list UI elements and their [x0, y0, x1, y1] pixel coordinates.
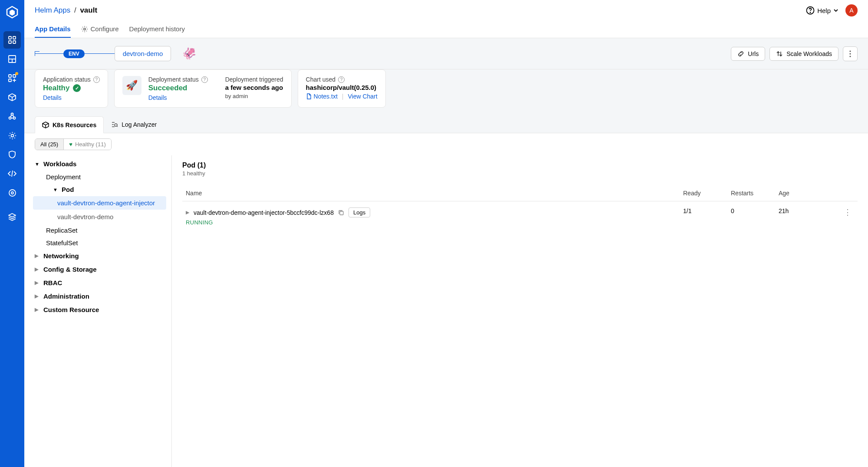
tree-custom-resource[interactable]: ▶Custom Resource	[33, 303, 166, 316]
content-panel: Pod (1) 1 healthy Name Ready Restarts Ag…	[172, 155, 868, 467]
devtron-logo	[3, 3, 21, 21]
svg-point-29	[83, 28, 85, 30]
avatar[interactable]: A	[845, 4, 858, 16]
urls-button[interactable]: Urls	[731, 47, 765, 61]
svg-rect-3	[13, 36, 16, 39]
link-icon	[737, 50, 744, 57]
nav-apps-icon[interactable]	[3, 31, 21, 49]
svg-point-28	[810, 12, 811, 13]
breadcrumb-current: vault	[80, 6, 97, 14]
svg-rect-5	[13, 41, 16, 43]
svg-point-32	[849, 50, 851, 52]
resource-tabs: K8s Resources Log Analyzer	[24, 116, 868, 133]
logs-button[interactable]: Logs	[349, 207, 370, 217]
cell-age: 21h	[775, 201, 840, 232]
filter-all[interactable]: All (25)	[35, 139, 63, 150]
tree-replicaset[interactable]: ReplicaSet	[33, 224, 166, 237]
nav-stack-icon[interactable]	[3, 208, 21, 226]
more-menu-button[interactable]	[843, 46, 858, 61]
tree-networking[interactable]: ▶Networking	[33, 249, 166, 263]
svg-point-33	[849, 53, 851, 54]
copy-icon[interactable]	[338, 210, 344, 216]
card-deploy-status: 🚀 Deployment status? Succeeded Details D…	[114, 69, 292, 108]
svg-rect-11	[9, 79, 11, 82]
mascot-icon: 🦑	[182, 47, 196, 60]
nav-code-icon[interactable]	[3, 165, 21, 182]
svg-rect-42	[340, 211, 343, 215]
tree-pod-injector[interactable]: vault-devtron-demo-agent-injector	[33, 196, 166, 210]
row-menu-button[interactable]: ⋮	[844, 208, 852, 217]
expand-row-icon[interactable]: ▶	[186, 210, 189, 215]
svg-line-19	[10, 115, 12, 117]
svg-point-24	[9, 190, 16, 196]
svg-point-34	[849, 56, 851, 57]
deploy-status-details-link[interactable]: Details	[148, 94, 167, 101]
svg-marker-1	[10, 10, 15, 16]
view-chart-link[interactable]: View Chart	[348, 93, 377, 100]
tree-pod[interactable]: ▼Pod	[33, 183, 166, 196]
tab-configure[interactable]: Configure	[81, 22, 119, 38]
tree-statefulset[interactable]: StatefulSet	[33, 237, 166, 249]
help-icon[interactable]: ?	[201, 76, 208, 83]
svg-point-16	[11, 113, 13, 115]
rocket-icon: 🚀	[122, 76, 141, 95]
log-icon	[111, 121, 118, 128]
tree-rbac[interactable]: ▶RBAC	[33, 276, 166, 289]
tab-deployment-history[interactable]: Deployment history	[129, 22, 185, 38]
app-status-details-link[interactable]: Details	[43, 94, 62, 101]
subtab-k8s-resources[interactable]: K8s Resources	[35, 116, 104, 133]
content-subtitle: 1 healthy	[182, 170, 858, 177]
check-icon: ✓	[73, 84, 81, 92]
col-name: Name	[182, 185, 680, 201]
scale-workloads-button[interactable]: Scale Workloads	[769, 47, 838, 61]
pod-table: Name Ready Restarts Age ▶ v	[182, 185, 858, 232]
nav-settings-icon[interactable]	[3, 184, 21, 201]
main-tabs: App Details Configure Deployment history	[24, 16, 868, 38]
cell-ready: 1/1	[680, 201, 727, 232]
help-button[interactable]: Help	[806, 6, 838, 15]
card-chart-used: Chart used? hashicorp/vault(0.25.0) Note…	[298, 69, 386, 108]
cube-icon	[42, 122, 49, 128]
nav-dashboard-icon[interactable]	[3, 50, 21, 68]
filter-healthy[interactable]: ♥ Healthy (11)	[63, 139, 111, 150]
svg-line-20	[13, 115, 14, 117]
nav-gear-icon[interactable]	[3, 127, 21, 144]
notes-link[interactable]: Notes.txt	[306, 93, 338, 100]
svg-rect-4	[9, 41, 11, 43]
gear-icon	[81, 26, 88, 33]
nav-shield-icon[interactable]	[3, 146, 21, 163]
cell-restarts: 0	[727, 201, 775, 232]
pod-status: RUNNING	[186, 219, 676, 226]
tab-app-details[interactable]: App Details	[35, 22, 71, 38]
help-icon[interactable]: ?	[338, 76, 345, 83]
svg-rect-10	[13, 75, 16, 77]
svg-point-25	[11, 192, 13, 194]
tree-deployment[interactable]: Deployment	[33, 171, 166, 183]
tree-pod-demo[interactable]: vault-devtron-demo	[33, 210, 166, 224]
scale-icon	[776, 50, 783, 57]
status-cards: Application status? Healthy✓ Details 🚀 D…	[24, 69, 868, 116]
subtab-log-analyzer[interactable]: Log Analyzer	[104, 116, 164, 133]
filter-pills: All (25) ♥ Healthy (11)	[24, 133, 868, 155]
header: Helm Apps / vault Help A	[24, 0, 868, 16]
nav-cluster-icon[interactable]	[3, 108, 21, 125]
nav-cube-icon[interactable]	[3, 89, 21, 106]
breadcrumb: Helm Apps / vault	[35, 6, 97, 15]
svg-rect-9	[9, 75, 11, 77]
tree-config-storage[interactable]: ▶Config & Storage	[33, 263, 166, 276]
col-age: Age	[775, 185, 840, 201]
tree-workloads[interactable]: ▼Workloads	[33, 157, 166, 171]
nav-appstore-icon[interactable]	[3, 69, 21, 87]
resource-tree: ▼Workloads Deployment ▼Pod vault-devtron…	[24, 155, 172, 467]
card-app-status: Application status? Healthy✓ Details	[35, 69, 108, 108]
svg-rect-2	[9, 36, 11, 39]
svg-point-22	[11, 134, 13, 137]
tree-administration[interactable]: ▶Administration	[33, 289, 166, 303]
svg-line-41	[117, 126, 118, 127]
chevron-down-icon	[833, 8, 838, 13]
breadcrumb-parent[interactable]: Helm Apps	[35, 6, 70, 14]
svg-marker-26	[9, 214, 16, 217]
env-selector[interactable]: devtron-demo	[115, 46, 171, 61]
svg-line-23	[12, 171, 13, 177]
help-icon[interactable]: ?	[93, 76, 100, 83]
